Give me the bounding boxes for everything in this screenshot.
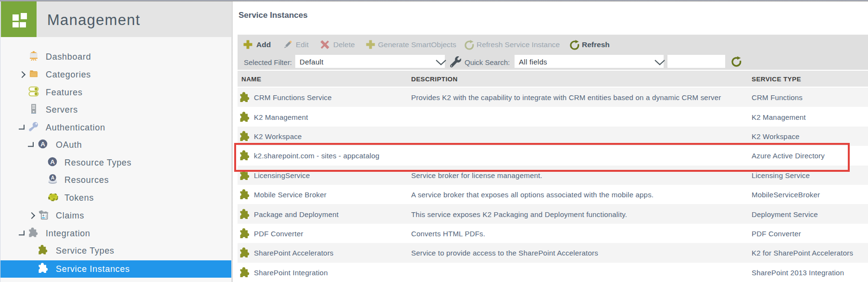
- svg-text:A: A: [40, 141, 45, 148]
- svg-text:A: A: [50, 158, 55, 165]
- svg-text:A: A: [51, 175, 55, 180]
